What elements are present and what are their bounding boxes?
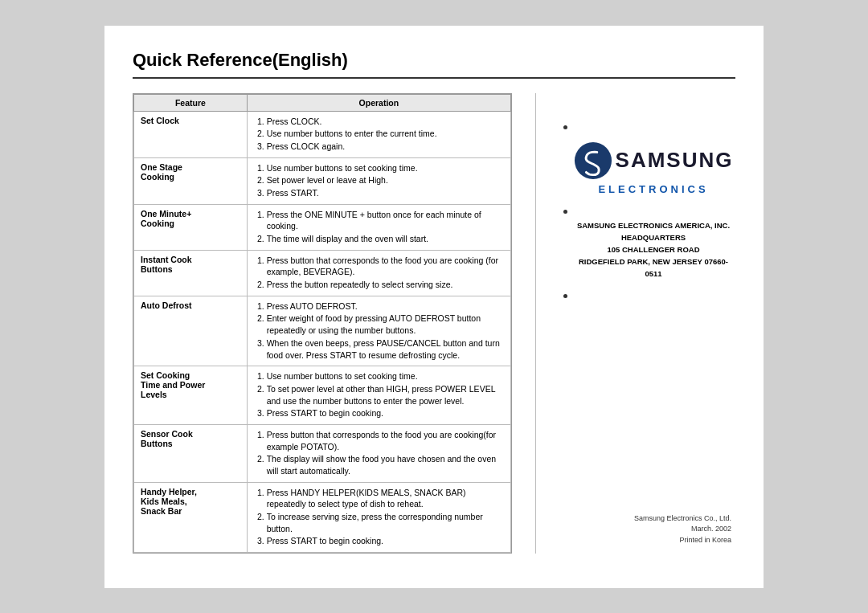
page: Quick Reference(English) Feature Operati… xyxy=(104,26,764,588)
list-item: Press the button repeatedly to select se… xyxy=(267,279,504,291)
bullet-dot-1 xyxy=(563,125,567,129)
feature-handy-helper: Handy Helper,Kids Meals,Snack Bar xyxy=(134,482,248,552)
table-row: Set CookingTime and PowerLevels Use numb… xyxy=(134,366,511,425)
list-item: To set power level at other than HIGH, p… xyxy=(267,383,504,407)
table-row: Auto Defrost Press AUTO DEFROST. Enter w… xyxy=(134,296,511,366)
list-item: Use number buttons to enter the current … xyxy=(267,128,504,140)
operation-one-stage-cooking: Use number buttons to set cooking time. … xyxy=(247,157,510,204)
company-line1: SAMSUNG ELECTRONICS AMERICA, INC. xyxy=(571,219,735,231)
reference-table: Feature Operation Set Clock Press CLOCK.… xyxy=(133,94,511,554)
samsung-logo-area: SAMSUNG ELECTRONICS xyxy=(574,141,734,195)
list-item: Press the ONE MINUTE + button once for e… xyxy=(267,209,504,232)
list-item: Press START to begin cooking. xyxy=(267,407,504,419)
samsung-brand-text: SAMSUNG xyxy=(616,148,734,173)
table-row: Instant CookButtons Press button that co… xyxy=(134,250,511,296)
list-item: Press button that corresponds to the foo… xyxy=(267,429,504,452)
list-item: Press CLOCK again. xyxy=(267,141,504,153)
operation-one-minute-cooking: Press the ONE MINUTE + button once for e… xyxy=(247,204,510,250)
operation-handy-helper: Press HANDY HELPER(KIDS MEALS, SNACK BAR… xyxy=(247,482,510,552)
footer-line3: Printed in Korea xyxy=(634,535,731,546)
list-item: Use number buttons to set cooking time. xyxy=(267,370,504,382)
bullet-dot-3 xyxy=(563,294,567,298)
table-row: Sensor CookButtons Press button that cor… xyxy=(134,424,511,482)
footer-line1: Samsung Electronics Co., Ltd. xyxy=(634,513,731,525)
list-item: The time will display and the oven will … xyxy=(267,233,504,245)
list-item: The display will show the food you have … xyxy=(267,453,504,476)
list-item: Press START to begin cooking. xyxy=(267,535,504,547)
company-line2: HEADQUARTERS xyxy=(571,231,735,243)
list-item: Enter weight of food by pressing AUTO DE… xyxy=(267,313,504,336)
content-area: Feature Operation Set Clock Press CLOCK.… xyxy=(133,93,735,554)
feature-instant-cook: Instant CookButtons xyxy=(134,250,248,296)
feature-set-cooking-time: Set CookingTime and PowerLevels xyxy=(134,366,248,425)
col-header-feature: Feature xyxy=(134,94,248,111)
list-item: Press HANDY HELPER(KIDS MEALS, SNACK BAR… xyxy=(267,487,504,510)
footer-line2: March. 2002 xyxy=(634,524,731,535)
footer-info: Samsung Electronics Co., Ltd. March. 200… xyxy=(634,513,735,546)
reference-table-section: Feature Operation Set Clock Press CLOCK.… xyxy=(133,93,512,554)
table-row: Set Clock Press CLOCK. Use number button… xyxy=(134,111,511,157)
company-line4: RIDGEFIELD PARK, NEW JERSEY 07660-0511 xyxy=(571,255,735,280)
samsung-logo: SAMSUNG xyxy=(574,141,734,180)
list-item: Press AUTO DEFROST. xyxy=(267,300,504,313)
svg-point-0 xyxy=(575,141,612,178)
list-item: Press button that corresponds to the foo… xyxy=(267,255,504,278)
list-item: When the oven beeps, press PAUSE/CANCEL … xyxy=(267,337,504,361)
bullet-dot-2 xyxy=(563,210,567,214)
electronics-text: ELECTRONICS xyxy=(598,183,708,195)
right-section: SAMSUNG ELECTRONICS SAMSUNG ELECTRONICS … xyxy=(559,93,735,554)
operation-instant-cook: Press button that corresponds to the foo… xyxy=(247,250,510,296)
operation-set-clock: Press CLOCK. Use number buttons to enter… xyxy=(247,111,510,157)
feature-sensor-cook: Sensor CookButtons xyxy=(134,424,248,482)
feature-one-minute-cooking: One Minute+Cooking xyxy=(134,204,248,250)
operation-auto-defrost: Press AUTO DEFROST. Enter weight of food… xyxy=(247,296,510,366)
samsung-s-icon xyxy=(574,141,612,180)
list-item: To increase serving size, press the corr… xyxy=(267,511,504,534)
feature-set-clock: Set Clock xyxy=(134,111,248,157)
company-info: SAMSUNG ELECTRONICS AMERICA, INC. HEADQU… xyxy=(571,219,735,280)
table-row: One Minute+Cooking Press the ONE MINUTE … xyxy=(134,204,511,250)
operation-sensor-cook: Press button that corresponds to the foo… xyxy=(247,424,510,482)
list-item: Press START. xyxy=(267,187,504,199)
list-item: Use number buttons to set cooking time. xyxy=(267,162,504,174)
company-line3: 105 CHALLENGER ROAD xyxy=(571,243,735,255)
table-row: One StageCooking Use number buttons to s… xyxy=(134,157,511,204)
col-header-operation: Operation xyxy=(247,94,510,111)
list-item: Set power level or leave at High. xyxy=(267,174,504,186)
table-row: Handy Helper,Kids Meals,Snack Bar Press … xyxy=(134,482,511,552)
operation-set-cooking-time: Use number buttons to set cooking time. … xyxy=(247,366,510,425)
feature-auto-defrost: Auto Defrost xyxy=(134,296,248,366)
feature-one-stage-cooking: One StageCooking xyxy=(134,157,248,204)
page-title: Quick Reference(English) xyxy=(133,50,735,79)
list-item: Press CLOCK. xyxy=(267,116,504,128)
